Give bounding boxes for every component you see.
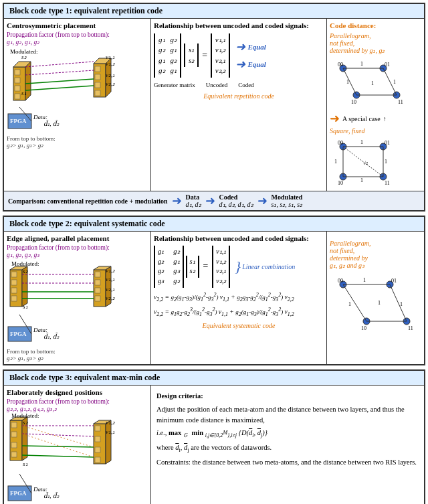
- svg-text:d̄₁, d̄₂: d̄₁, d̄₂: [43, 492, 60, 499]
- svg-rect-113: [11, 422, 17, 428]
- svg-text:1: 1: [393, 79, 396, 85]
- svg-text:v₁,₂: v₁,₂: [106, 419, 115, 426]
- svg-rect-114: [11, 432, 17, 437]
- svg-rect-74: [95, 272, 100, 277]
- block3-text4: Constraints: the distance between two me…: [156, 457, 419, 468]
- svg-text:s₁: s₁: [23, 303, 28, 310]
- equal1-label: Equal: [247, 43, 266, 51]
- svg-line-126: [22, 446, 94, 447]
- block1-right-title: Code distance:: [330, 21, 421, 29]
- svg-text:00: 00: [338, 140, 343, 146]
- arrow3: ➜: [257, 193, 268, 208]
- comparison-data: Data d₁, d₂: [186, 193, 201, 208]
- svg-line-16: [25, 79, 94, 84]
- arrow2: ➜: [205, 193, 215, 208]
- equal-labels: ➜ Equal ➜ Equal: [235, 39, 266, 72]
- block3-propagation: Propagation factor (from top to bottom):…: [7, 398, 148, 412]
- svg-line-127: [22, 455, 94, 457]
- block2-middle: Relationship between uncoded and coded s…: [151, 232, 327, 364]
- svg-line-125: [22, 434, 94, 436]
- block1-middle: Relationship between uncoded and coded s…: [151, 19, 327, 191]
- svg-text:1: 1: [360, 61, 363, 67]
- block1-from-top: From top to bottom: g₂> g₁, g₁> g₂: [7, 135, 148, 149]
- block1-diagram: s₂ s₁ v₁,₁ v₁,₂ v₂,₁ v₂,₂ Modulated: FPG…: [7, 47, 140, 134]
- svg-text:00: 00: [338, 62, 343, 68]
- svg-rect-77: [95, 296, 100, 301]
- block1-right: Code distance: Parallelogram, not fixed,…: [327, 19, 424, 191]
- svg-marker-119: [106, 420, 111, 464]
- svg-rect-115: [11, 442, 17, 448]
- block2-linear: } Linear combination: [235, 258, 295, 275]
- svg-rect-5: [15, 86, 20, 91]
- block1-propagation: Propagation factor (from top to bottom):…: [7, 31, 148, 46]
- block2-matrix-eq: g₁g₂ g₂g₁ g₂g₃ g₃g₂ s₁ s₂ = v₁,₁ v₁,₂ v₂…: [154, 246, 324, 288]
- block3-criteria-title: Design criteria:: [156, 391, 419, 402]
- svg-text:11: 11: [398, 99, 403, 105]
- svg-text:v₂,₁: v₂,₁: [106, 286, 115, 292]
- svg-text:v₁,₂: v₁,₂: [106, 267, 115, 274]
- block1-middle-title: Relationship between uncoded and coded s…: [154, 21, 324, 29]
- svg-rect-116: [11, 452, 17, 457]
- block2-propagation: Propagation factor (from top to bottom):…: [7, 244, 148, 258]
- svg-rect-70: [11, 296, 17, 301]
- svg-text:s₂: s₂: [23, 419, 28, 426]
- block2-from-top: From top to bottom: g₂> g₁, g₃> g₂: [7, 348, 148, 361]
- block2-middle-title: Relationship between uncoded and coded s…: [154, 234, 324, 242]
- block1-right-desc: Parallelogram, not fixed, determined by …: [330, 32, 421, 54]
- comparison-label: Comparison: conventional repetition code…: [8, 197, 168, 205]
- svg-text:Modulated:: Modulated:: [11, 260, 39, 267]
- svg-text:d̄₁, d̄₂: d̄₁, d̄₂: [43, 333, 60, 340]
- block3-text1: Adjust the position of each meta-atom an…: [156, 404, 419, 426]
- block1-title-text: Block code type 1: equivalent repetition…: [9, 6, 163, 15]
- svg-text:10: 10: [351, 99, 356, 105]
- block3-title: Block code type 3: equivalent max-min co…: [4, 371, 424, 386]
- block3-text2: i.e., max 𝔾 min i,j∈{0,2M},i≠j {D(di, dj…: [156, 428, 419, 440]
- block3-diagram: Modulated: s₂ s₁ v₁,₂ v₁,₁ FPGA Data: d̄…: [7, 414, 140, 504]
- svg-text:d̄₁, d̄₂: d̄₁, d̄₂: [43, 120, 60, 127]
- block2-left: Edge aligned, parallel placement Propaga…: [4, 232, 151, 364]
- block1-placement-title: Centrosymmetric placement: [7, 21, 148, 29]
- svg-text:√2: √2: [363, 161, 368, 166]
- comparison-modulated: Modulated s₁, s₂, s₁, s₂: [272, 193, 303, 208]
- svg-rect-11: [95, 74, 100, 80]
- block2-coded-vec: v₁,₁ v₁,₂ v₂,₁ v₂,₂: [212, 246, 230, 288]
- svg-text:11: 11: [408, 325, 413, 331]
- block1-content: Centrosymmetric placement Propagation fa…: [4, 19, 424, 191]
- svg-text:v₁,₂: v₁,₂: [106, 60, 115, 67]
- svg-rect-121: [95, 436, 100, 442]
- svg-rect-68: [11, 280, 17, 285]
- svg-rect-75: [95, 280, 100, 285]
- arrow1: ➜: [172, 193, 182, 208]
- block2-diagram: Modulated: s₂ s₁ v₁,₂ v₁,₁ v₂,₁ v₂,₂ FPG…: [7, 260, 140, 347]
- svg-text:v₁,₁: v₁,₁: [106, 276, 115, 282]
- svg-text:FPGA: FPGA: [10, 490, 27, 497]
- svg-text:v₁,₁: v₁,₁: [106, 54, 115, 60]
- block1-special-arrow: ➜ A special case ↑: [330, 111, 421, 126]
- block1-left: Centrosymmetric placement Propagation fa…: [4, 19, 151, 191]
- uncoded-vector: s₁ s₂: [184, 44, 199, 67]
- svg-text:v₂,₁: v₂,₁: [106, 72, 115, 78]
- block2-orange-label: Equivalent systematic code: [154, 322, 324, 329]
- block1-constellation2: 00 01 10 11 1 1 1 1 √2: [330, 137, 417, 187]
- svg-text:1: 1: [378, 300, 381, 306]
- svg-line-15: [25, 70, 94, 75]
- svg-text:10: 10: [361, 325, 366, 331]
- block1-constellation1: 00 01 10 11 1 1 1 1: [330, 58, 417, 108]
- svg-line-128: [22, 426, 94, 447]
- block2-content: Edge aligned, parallel placement Propaga…: [4, 232, 424, 364]
- svg-rect-120: [95, 426, 100, 431]
- block3-section: Block code type 3: equivalent max-min co…: [3, 369, 425, 504]
- svg-rect-13: [95, 90, 100, 96]
- matrix-labels: Generator matrix Uncoded Coded: [154, 82, 324, 88]
- svg-text:Data:: Data:: [33, 327, 47, 333]
- svg-line-36: [343, 68, 356, 95]
- block3-text3: where di, dj are the vectors of dataword…: [156, 442, 419, 454]
- block2-right: Parallelogram, not fixed, determined by …: [327, 232, 424, 364]
- coded-vector: v₁,₁ v₁,₂ v₂,₁ v₂,₂: [211, 33, 231, 78]
- block1-matrix-eq: g₁g₂ g₂g₁ g₁g₂ g₂g₁ s₁ s₂ = v₁,₁ v₁,₂: [154, 33, 324, 78]
- block1-comparison: Comparison: conventional repetition code…: [4, 191, 424, 210]
- svg-text:1: 1: [360, 139, 363, 145]
- block1-section: Block code type 1: equivalent repetition…: [3, 3, 425, 212]
- svg-rect-76: [95, 288, 100, 293]
- block2-title-text: Block code type 2: equivalent systematic…: [9, 219, 165, 228]
